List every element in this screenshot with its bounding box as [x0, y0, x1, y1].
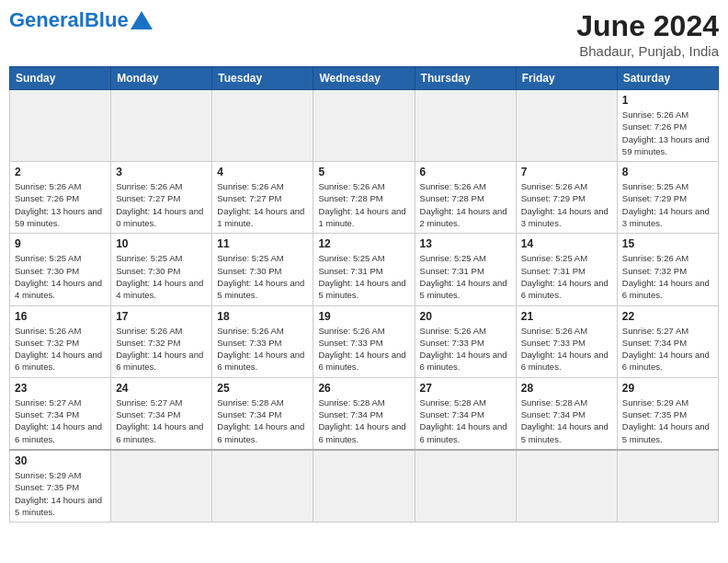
- day-number: 9: [15, 237, 106, 250]
- day-info: Sunrise: 5:26 AM Sunset: 7:26 PM Dayligh…: [622, 109, 713, 157]
- calendar-day-cell: 10Sunrise: 5:25 AM Sunset: 7:30 PM Dayli…: [111, 234, 212, 305]
- day-number: 25: [217, 382, 308, 395]
- day-number: 5: [318, 166, 409, 178]
- day-info: Sunrise: 5:26 AM Sunset: 7:33 PM Dayligh…: [521, 325, 612, 373]
- day-info: Sunrise: 5:25 AM Sunset: 7:30 PM Dayligh…: [217, 252, 308, 301]
- calendar-day-cell: [212, 90, 313, 162]
- day-info: Sunrise: 5:29 AM Sunset: 7:35 PM Dayligh…: [622, 396, 713, 445]
- calendar-day-cell: [516, 450, 617, 523]
- calendar-day-cell: 14Sunrise: 5:25 AM Sunset: 7:31 PM Dayli…: [516, 234, 617, 305]
- page-container: GeneralBlue June 2024 Bhadaur, Punjab, I…: [9, 9, 719, 523]
- month-year-title: June 2024: [576, 9, 719, 43]
- day-info: Sunrise: 5:25 AM Sunset: 7:30 PM Dayligh…: [15, 252, 106, 301]
- calendar-day-cell: 27Sunrise: 5:28 AM Sunset: 7:34 PM Dayli…: [415, 377, 516, 450]
- calendar-day-cell: [313, 450, 415, 523]
- calendar-day-cell: 24Sunrise: 5:27 AM Sunset: 7:34 PM Dayli…: [111, 377, 212, 450]
- calendar-day-cell: [415, 90, 516, 162]
- day-info: Sunrise: 5:26 AM Sunset: 7:26 PM Dayligh…: [15, 180, 106, 229]
- day-info: Sunrise: 5:27 AM Sunset: 7:34 PM Dayligh…: [15, 396, 106, 445]
- calendar-day-cell: [212, 450, 313, 523]
- calendar-day-cell: [415, 450, 516, 523]
- day-number: 4: [217, 166, 308, 178]
- day-info: Sunrise: 5:26 AM Sunset: 7:33 PM Dayligh…: [217, 325, 308, 373]
- calendar-table: Sunday Monday Tuesday Wednesday Thursday…: [9, 66, 719, 523]
- day-info: Sunrise: 5:26 AM Sunset: 7:33 PM Dayligh…: [420, 325, 511, 373]
- day-number: 19: [318, 310, 409, 323]
- day-info: Sunrise: 5:26 AM Sunset: 7:33 PM Dayligh…: [318, 325, 409, 373]
- logo-area: GeneralBlue: [9, 9, 153, 31]
- calendar-week-row: 9Sunrise: 5:25 AM Sunset: 7:30 PM Daylig…: [10, 234, 719, 305]
- calendar-day-cell: 13Sunrise: 5:25 AM Sunset: 7:31 PM Dayli…: [415, 234, 516, 305]
- calendar-day-cell: 11Sunrise: 5:25 AM Sunset: 7:30 PM Dayli…: [212, 234, 313, 305]
- day-number: 30: [15, 454, 106, 467]
- day-info: Sunrise: 5:26 AM Sunset: 7:28 PM Dayligh…: [318, 180, 409, 229]
- calendar-week-row: 1Sunrise: 5:26 AM Sunset: 7:26 PM Daylig…: [10, 90, 719, 162]
- col-sunday: Sunday: [10, 67, 111, 90]
- calendar-day-cell: 8Sunrise: 5:25 AM Sunset: 7:29 PM Daylig…: [617, 162, 718, 234]
- calendar-day-cell: 19Sunrise: 5:26 AM Sunset: 7:33 PM Dayli…: [313, 305, 415, 377]
- day-number: 11: [217, 237, 308, 250]
- day-info: Sunrise: 5:26 AM Sunset: 7:32 PM Dayligh…: [116, 325, 207, 373]
- calendar-day-cell: 6Sunrise: 5:26 AM Sunset: 7:28 PM Daylig…: [415, 162, 516, 234]
- col-tuesday: Tuesday: [212, 67, 313, 90]
- day-number: 27: [420, 382, 511, 395]
- calendar-header-row: Sunday Monday Tuesday Wednesday Thursday…: [10, 67, 719, 90]
- day-info: Sunrise: 5:25 AM Sunset: 7:29 PM Dayligh…: [622, 180, 713, 229]
- day-info: Sunrise: 5:29 AM Sunset: 7:35 PM Dayligh…: [15, 469, 106, 518]
- day-number: 29: [622, 382, 713, 395]
- calendar-week-row: 2Sunrise: 5:26 AM Sunset: 7:26 PM Daylig…: [10, 162, 719, 234]
- day-info: Sunrise: 5:26 AM Sunset: 7:32 PM Dayligh…: [622, 252, 713, 301]
- day-number: 18: [217, 310, 308, 323]
- logo-blue: Blue: [85, 8, 129, 31]
- calendar-day-cell: 3Sunrise: 5:26 AM Sunset: 7:27 PM Daylig…: [111, 162, 212, 234]
- calendar-day-cell: 22Sunrise: 5:27 AM Sunset: 7:34 PM Dayli…: [617, 305, 718, 377]
- calendar-day-cell: 5Sunrise: 5:26 AM Sunset: 7:28 PM Daylig…: [313, 162, 415, 234]
- day-number: 6: [420, 166, 511, 178]
- calendar-day-cell: [617, 450, 718, 523]
- calendar-week-row: 16Sunrise: 5:26 AM Sunset: 7:32 PM Dayli…: [10, 305, 719, 377]
- calendar-day-cell: 12Sunrise: 5:25 AM Sunset: 7:31 PM Dayli…: [313, 234, 415, 305]
- calendar-day-cell: 30Sunrise: 5:29 AM Sunset: 7:35 PM Dayli…: [10, 450, 111, 523]
- day-info: Sunrise: 5:26 AM Sunset: 7:32 PM Dayligh…: [15, 325, 106, 373]
- day-number: 23: [15, 382, 106, 395]
- day-number: 12: [318, 237, 409, 250]
- day-number: 7: [521, 166, 612, 178]
- calendar-day-cell: [10, 90, 111, 162]
- day-number: 26: [318, 382, 409, 395]
- logo-general: General: [9, 8, 85, 31]
- calendar-day-cell: 29Sunrise: 5:29 AM Sunset: 7:35 PM Dayli…: [617, 377, 718, 450]
- calendar-day-cell: 23Sunrise: 5:27 AM Sunset: 7:34 PM Dayli…: [10, 377, 111, 450]
- day-info: Sunrise: 5:28 AM Sunset: 7:34 PM Dayligh…: [217, 396, 308, 445]
- day-number: 13: [420, 237, 511, 250]
- day-number: 22: [622, 310, 713, 323]
- calendar-day-cell: 17Sunrise: 5:26 AM Sunset: 7:32 PM Dayli…: [111, 305, 212, 377]
- calendar-day-cell: 20Sunrise: 5:26 AM Sunset: 7:33 PM Dayli…: [415, 305, 516, 377]
- day-info: Sunrise: 5:26 AM Sunset: 7:27 PM Dayligh…: [217, 180, 308, 229]
- day-number: 1: [622, 94, 713, 107]
- col-saturday: Saturday: [617, 67, 718, 90]
- day-info: Sunrise: 5:28 AM Sunset: 7:34 PM Dayligh…: [420, 396, 511, 445]
- header: GeneralBlue June 2024 Bhadaur, Punjab, I…: [9, 9, 719, 59]
- calendar-day-cell: [516, 90, 617, 162]
- day-info: Sunrise: 5:25 AM Sunset: 7:31 PM Dayligh…: [318, 252, 409, 301]
- day-info: Sunrise: 5:25 AM Sunset: 7:30 PM Dayligh…: [116, 252, 207, 301]
- col-wednesday: Wednesday: [313, 67, 415, 90]
- calendar-day-cell: 16Sunrise: 5:26 AM Sunset: 7:32 PM Dayli…: [10, 305, 111, 377]
- calendar-day-cell: 2Sunrise: 5:26 AM Sunset: 7:26 PM Daylig…: [10, 162, 111, 234]
- calendar-day-cell: 25Sunrise: 5:28 AM Sunset: 7:34 PM Dayli…: [212, 377, 313, 450]
- calendar-day-cell: 1Sunrise: 5:26 AM Sunset: 7:26 PM Daylig…: [617, 90, 718, 162]
- day-info: Sunrise: 5:28 AM Sunset: 7:34 PM Dayligh…: [318, 396, 409, 445]
- day-number: 28: [521, 382, 612, 395]
- day-number: 16: [15, 310, 106, 323]
- title-area: June 2024 Bhadaur, Punjab, India: [576, 9, 719, 59]
- calendar-day-cell: [111, 450, 212, 523]
- calendar-day-cell: 26Sunrise: 5:28 AM Sunset: 7:34 PM Dayli…: [313, 377, 415, 450]
- logo-text: GeneralBlue: [9, 9, 129, 31]
- location-subtitle: Bhadaur, Punjab, India: [576, 43, 719, 59]
- day-info: Sunrise: 5:25 AM Sunset: 7:31 PM Dayligh…: [420, 252, 511, 301]
- logo-triangle-icon: [131, 11, 153, 29]
- day-number: 10: [116, 237, 207, 250]
- calendar-day-cell: 18Sunrise: 5:26 AM Sunset: 7:33 PM Dayli…: [212, 305, 313, 377]
- calendar-day-cell: 9Sunrise: 5:25 AM Sunset: 7:30 PM Daylig…: [10, 234, 111, 305]
- day-info: Sunrise: 5:28 AM Sunset: 7:34 PM Dayligh…: [521, 396, 612, 445]
